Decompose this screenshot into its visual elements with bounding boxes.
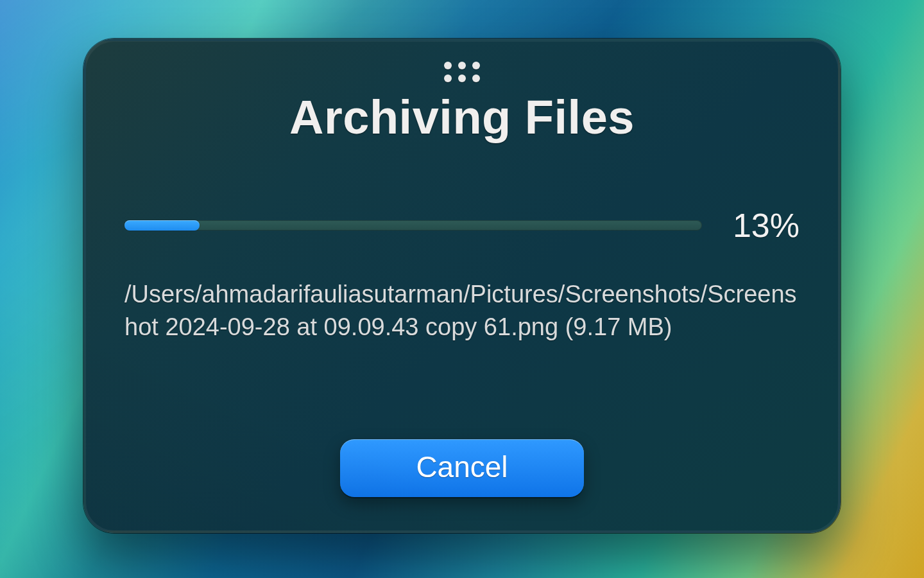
dialog-title: Archiving Files bbox=[124, 90, 800, 144]
desktop-wallpaper: Archiving Files 13% /Users/ahmadarifauli… bbox=[0, 0, 924, 578]
progress-row: 13% bbox=[124, 206, 800, 245]
drag-grip-icon[interactable] bbox=[444, 62, 480, 82]
archive-progress-dialog: Archiving Files 13% /Users/ahmadarifauli… bbox=[83, 39, 841, 533]
progress-bar-fill bbox=[124, 220, 200, 231]
dialog-footer: Cancel bbox=[124, 439, 800, 500]
cancel-button[interactable]: Cancel bbox=[340, 439, 584, 497]
progress-percent-label: 13% bbox=[723, 206, 800, 245]
progress-bar bbox=[124, 220, 702, 231]
current-file-path: /Users/ahmadarifauliasutarman/Pictures/S… bbox=[124, 278, 800, 344]
